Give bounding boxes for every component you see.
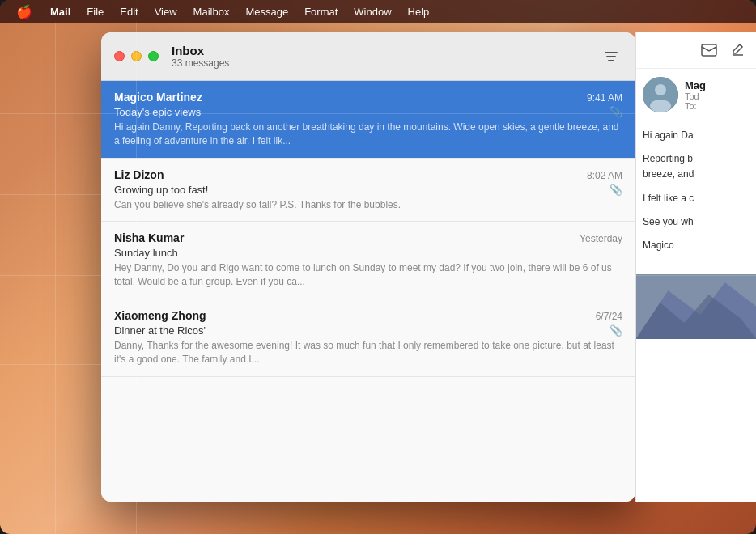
message-preview: Danny, Thanks for the awesome evening! I… xyxy=(114,339,622,367)
inbox-count: 33 messages xyxy=(172,57,600,69)
message-header: Liz Dizon 8:02 AM xyxy=(114,168,622,181)
message-time: 8:02 AM xyxy=(587,170,622,181)
svg-rect-2 xyxy=(608,60,614,61)
svg-rect-1 xyxy=(606,56,616,57)
message-preview: Hi again Danny, Reporting back on anothe… xyxy=(114,121,622,148)
message-subject: Sunday lunch xyxy=(114,247,622,259)
email-detail-panel: Mag Tod To: Hi again Da Reporting bbreez… xyxy=(635,32,756,502)
message-time: 9:41 AM xyxy=(587,92,622,104)
message-time: 6/7/24 xyxy=(596,311,622,322)
svg-point-7 xyxy=(650,100,671,112)
sender-name: Magico Martinez xyxy=(114,91,202,104)
attachment-icon: 📎 xyxy=(609,106,622,118)
detail-today: Tod xyxy=(685,91,706,101)
body-line-4: See you wh xyxy=(643,214,750,230)
message-header: Nisha Kumar Yesterday xyxy=(114,231,622,244)
sender-name: Nisha Kumar xyxy=(114,231,184,244)
message-subject: Dinner at the Ricos' 📎 xyxy=(114,324,622,337)
message-item[interactable]: Liz Dizon 8:02 AM Growing up too fast! 📎… xyxy=(101,159,635,222)
sender-name: Liz Dizon xyxy=(114,168,164,181)
compose-icon[interactable] xyxy=(698,39,720,61)
menu-edit[interactable]: Edit xyxy=(112,0,146,23)
message-subject: Today's epic views 📎 xyxy=(114,106,622,118)
message-subject: Growing up too fast! 📎 xyxy=(114,184,622,196)
apple-menu[interactable]: 🍎 xyxy=(6,0,42,23)
detail-email-body: Hi again Da Reporting bbreeze, and I fel… xyxy=(636,121,756,268)
minimize-button[interactable] xyxy=(131,51,142,61)
attachment-icon: 📎 xyxy=(609,184,622,196)
message-preview: Can you believe she's already so tall? P… xyxy=(114,198,622,212)
svg-rect-0 xyxy=(605,52,618,53)
detail-sender-name: Mag xyxy=(685,79,706,91)
message-preview: Hey Danny, Do you and Rigo want to come … xyxy=(114,261,622,289)
detail-to: To: xyxy=(685,101,706,111)
menu-window[interactable]: Window xyxy=(346,0,399,23)
menu-message[interactable]: Message xyxy=(237,0,296,23)
mail-window: Inbox 33 messages Magico Martinez 9:41 A… xyxy=(101,32,635,502)
svg-point-6 xyxy=(655,84,666,95)
message-item[interactable]: Xiaomeng Zhong 6/7/24 Dinner at the Rico… xyxy=(101,299,635,377)
menu-file[interactable]: File xyxy=(79,0,112,23)
body-line-5: Magico xyxy=(643,238,750,253)
inbox-info: Inbox 33 messages xyxy=(172,44,600,69)
filter-icon[interactable] xyxy=(600,45,622,68)
message-header: Magico Martinez 9:41 AM xyxy=(114,91,622,104)
menu-mail[interactable]: Mail xyxy=(42,0,79,23)
detail-sender-info: Mag Tod To: xyxy=(685,79,706,111)
message-item[interactable]: Nisha Kumar Yesterday Sunday lunch Hey D… xyxy=(101,222,635,299)
body-line-1: Hi again Da xyxy=(643,128,750,143)
sender-name: Xiaomeng Zhong xyxy=(114,309,206,322)
toolbar-icons xyxy=(600,45,622,68)
message-list[interactable]: Magico Martinez 9:41 AM Today's epic vie… xyxy=(101,81,635,502)
traffic-lights xyxy=(114,51,159,61)
menu-help[interactable]: Help xyxy=(400,0,438,23)
svg-rect-3 xyxy=(702,44,716,56)
menu-mailbox[interactable]: Mailbox xyxy=(185,0,238,23)
avatar xyxy=(643,77,678,112)
message-item[interactable]: Magico Martinez 9:41 AM Today's epic vie… xyxy=(101,81,635,159)
message-header: Xiaomeng Zhong 6/7/24 xyxy=(114,309,622,322)
inbox-title: Inbox xyxy=(172,44,600,57)
menu-format[interactable]: Format xyxy=(296,0,346,23)
body-line-3: I felt like a c xyxy=(643,191,750,206)
menu-bar: 🍎 Mail File Edit View Mailbox Message Fo… xyxy=(0,0,756,23)
maximize-button[interactable] xyxy=(148,51,159,61)
title-bar: Inbox 33 messages xyxy=(101,32,635,81)
attachment-icon: 📎 xyxy=(609,324,622,337)
close-button[interactable] xyxy=(114,51,125,61)
edit-icon[interactable] xyxy=(727,39,750,61)
menu-view[interactable]: View xyxy=(147,0,185,23)
body-line-2: Reporting bbreeze, and xyxy=(643,151,750,182)
message-time: Yesterday xyxy=(580,233,622,244)
detail-image xyxy=(636,274,756,339)
